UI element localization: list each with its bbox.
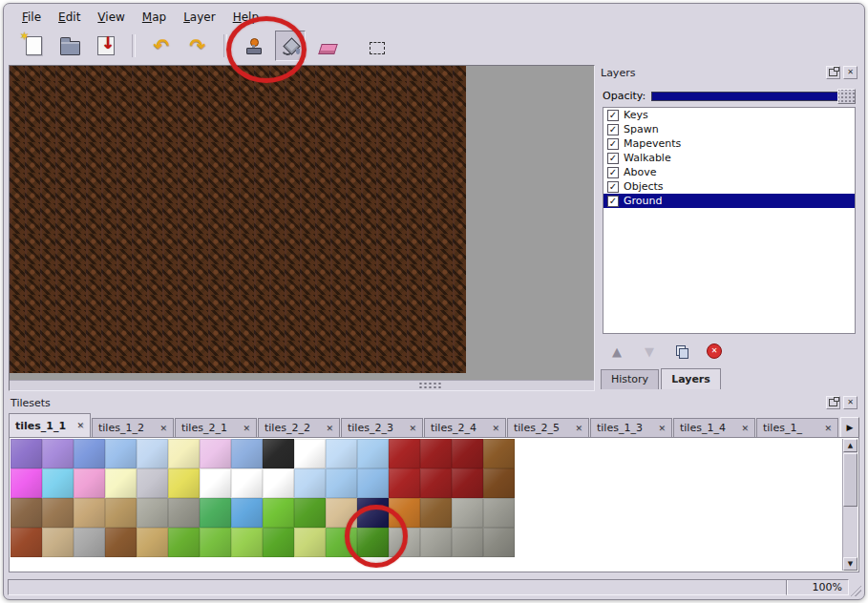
eraser-tool-button[interactable] [313, 31, 342, 60]
layer-visibility-checkbox[interactable]: ✓ [607, 153, 619, 164]
tab-close-icon[interactable]: ✕ [492, 424, 499, 433]
layers-detach-button[interactable] [826, 66, 840, 79]
undo-button[interactable]: ↶ [147, 31, 176, 60]
tileset-tile-0-2[interactable] [74, 439, 105, 468]
tileset-tile-3-8[interactable] [263, 528, 294, 557]
layer-row-objects[interactable]: ✓Objects [603, 179, 855, 194]
tileset-tab-tiles_2_4[interactable]: tiles_2_4✕ [424, 418, 506, 437]
tileset-tile-3-12[interactable] [389, 528, 420, 557]
menu-file[interactable]: File [13, 8, 50, 27]
tileset-tile-1-5[interactable] [168, 468, 200, 498]
tab-close-icon[interactable]: ✕ [741, 424, 749, 433]
tileset-tile-1-4[interactable] [137, 468, 168, 498]
opacity-slider[interactable] [651, 88, 856, 103]
layer-visibility-checkbox[interactable]: ✓ [607, 196, 619, 207]
tileset-tile-0-1[interactable] [42, 439, 74, 468]
tileset-tile-0-10[interactable] [326, 439, 357, 468]
tab-close-icon[interactable]: ✕ [658, 424, 666, 433]
layer-visibility-checkbox[interactable]: ✓ [607, 124, 619, 135]
tileset-tile-2-14[interactable] [452, 498, 483, 528]
tileset-tab-tiles_2_1[interactable]: tiles_2_1✕ [175, 418, 257, 437]
tab-layers[interactable]: Layers [661, 368, 721, 389]
tilesets-detach-button[interactable] [826, 396, 840, 409]
tileset-tile-2-15[interactable] [483, 498, 515, 528]
tileset-tab-tiles_1_4[interactable]: tiles_1_4✕ [673, 418, 755, 437]
tileset-tile-1-2[interactable] [74, 468, 105, 498]
tileset-tile-2-5[interactable] [168, 498, 200, 528]
tileset-tab-tiles_1_3[interactable]: tiles_1_3✕ [590, 418, 672, 437]
tileset-tile-3-4[interactable] [137, 528, 168, 557]
tileset-tile-2-12[interactable] [389, 498, 420, 528]
tileset-tab-tiles_2_3[interactable]: tiles_2_3✕ [341, 418, 423, 437]
tileset-tile-0-9[interactable] [294, 439, 326, 468]
tileset-tab-tiles_1_2[interactable]: tiles_1_2✕ [92, 418, 174, 437]
tileset-tile-1-6[interactable] [200, 468, 231, 498]
tileset-tile-0-5[interactable] [168, 439, 200, 468]
layer-row-walkable[interactable]: ✓Walkable [603, 151, 855, 165]
tileset-tile-1-9[interactable] [294, 468, 326, 498]
tab-close-icon[interactable]: ✕ [159, 424, 167, 433]
tileset-tile-1-7[interactable] [231, 468, 263, 498]
tileset-tile-1-0[interactable] [11, 468, 42, 498]
scroll-down-button[interactable]: ▼ [843, 557, 857, 571]
tileset-tile-1-1[interactable] [42, 468, 74, 498]
tileset-tile-0-0[interactable] [11, 439, 42, 468]
tileset-tab-tiles_1_[interactable]: tiles_1_✕ [756, 418, 838, 437]
tileset-tile-3-15[interactable] [483, 528, 515, 557]
tileset-tab-tiles_2_5[interactable]: tiles_2_5✕ [507, 418, 589, 437]
menu-layer[interactable]: Layer [175, 8, 223, 27]
menu-edit[interactable]: Edit [50, 8, 89, 27]
map-canvas-area[interactable] [9, 65, 595, 391]
tileset-vertical-scrollbar[interactable]: ▲ ▼ [842, 439, 857, 571]
tab-close-icon[interactable]: ✕ [243, 424, 250, 433]
layer-row-spawn[interactable]: ✓Spawn [603, 122, 855, 136]
tileset-tile-2-10[interactable] [326, 498, 357, 528]
tileset-tile-2-8[interactable] [263, 498, 294, 528]
tileset-tile-0-8[interactable] [263, 439, 294, 468]
tileset-tab-tiles_1_1[interactable]: tiles_1_1✕ [9, 413, 91, 437]
tileset-tile-2-2[interactable] [74, 498, 105, 528]
scrollbar-grip[interactable] [418, 382, 443, 388]
duplicate-layer-button[interactable] [673, 343, 690, 360]
tileset-tile-3-6[interactable] [200, 528, 231, 557]
tileset-tile-1-15[interactable] [483, 468, 515, 498]
tileset-tile-0-3[interactable] [105, 439, 137, 468]
tileset-tile-2-3[interactable] [105, 498, 137, 528]
tileset-tile-2-7[interactable] [231, 498, 263, 528]
tab-close-icon[interactable]: ✕ [575, 424, 582, 433]
layer-visibility-checkbox[interactable]: ✓ [607, 110, 619, 121]
rect-select-tool-button[interactable] [363, 31, 392, 60]
menu-map[interactable]: Map [134, 8, 175, 27]
layer-visibility-checkbox[interactable]: ✓ [607, 167, 619, 178]
tileset-tile-2-4[interactable] [137, 498, 168, 528]
move-layer-up-button[interactable]: ▲ [608, 343, 625, 360]
tab-close-icon[interactable]: ✕ [326, 424, 333, 433]
tab-close-icon[interactable]: ✕ [824, 424, 832, 433]
tileset-tile-3-1[interactable] [42, 528, 74, 557]
opacity-slider-handle[interactable] [837, 89, 856, 104]
tileset-tile-0-7[interactable] [231, 439, 263, 468]
layer-row-keys[interactable]: ✓Keys [603, 108, 855, 122]
redo-button[interactable]: ↷ [183, 31, 212, 60]
new-file-button[interactable]: ✶ [19, 31, 48, 60]
tileset-tile-3-5[interactable] [168, 528, 200, 557]
tab-history[interactable]: History [601, 369, 659, 389]
tileset-tile-2-1[interactable] [42, 498, 74, 528]
import-button[interactable]: ↓ [92, 31, 120, 60]
tileset-tile-1-8[interactable] [263, 468, 294, 498]
tileset-tile-2-9[interactable] [294, 498, 326, 528]
tileset-tile-1-11[interactable] [357, 468, 389, 498]
tileset-tile-2-13[interactable] [420, 498, 452, 528]
tileset-tile-0-6[interactable] [200, 439, 231, 468]
layer-visibility-checkbox[interactable]: ✓ [607, 181, 619, 193]
tileset-tile-1-3[interactable] [105, 468, 137, 498]
layer-row-mapevents[interactable]: ✓Mapevents [603, 136, 855, 151]
tileset-tile-3-10[interactable] [326, 528, 357, 557]
tileset-tile-0-12[interactable] [389, 439, 420, 468]
tileset-tile-0-13[interactable] [420, 439, 452, 468]
scrollbar-handle[interactable] [843, 453, 857, 507]
tileset-tile-0-15[interactable] [483, 439, 515, 468]
tileset-tile-0-4[interactable] [137, 439, 168, 468]
tileset-tile-1-13[interactable] [420, 468, 452, 498]
tileset-tile-3-0[interactable] [11, 528, 42, 557]
